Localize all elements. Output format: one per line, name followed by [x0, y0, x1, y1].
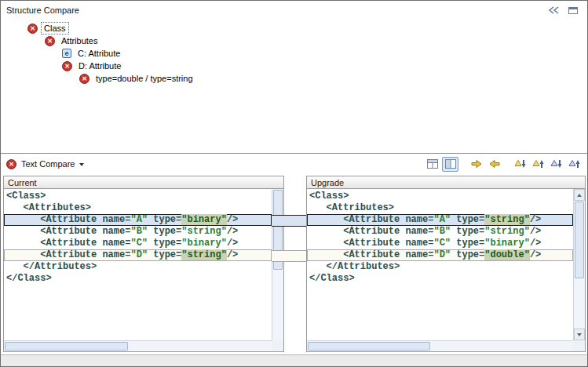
code-segment: type= — [451, 214, 484, 225]
structure-compare-title: Structure Compare — [6, 5, 79, 15]
code-line[interactable]: </Class> — [4, 273, 272, 285]
code-segment: type= — [451, 226, 484, 237]
code-line[interactable]: <Attribute name="A" type="string"/> — [307, 214, 573, 226]
code-segment: </Class> — [6, 273, 52, 284]
left-code-area[interactable]: <Class> <Attributes> <Attribute name="A"… — [4, 189, 272, 340]
code-segment: <Attribute name= — [6, 238, 130, 249]
code-segment: type= — [148, 238, 181, 249]
code-segment: "C" — [130, 238, 148, 249]
left-pane-header: Current — [3, 176, 284, 189]
code-segment: /> — [227, 249, 238, 260]
next-difference-icon[interactable] — [512, 157, 528, 172]
diff-connector[interactable] — [272, 250, 307, 262]
text-compare-toolbar — [424, 157, 583, 172]
code-line[interactable]: <Attribute name="B" type="string"/> — [4, 226, 272, 238]
right-pane-header: Upgrade — [306, 176, 586, 189]
text-compare-title: Text Compare — [21, 159, 75, 169]
code-line[interactable]: <Attribute name="D" type="string"/> — [4, 249, 272, 261]
tree-item[interactable]: ✕type=double / type=string — [1, 72, 587, 85]
tree-item-label: Class — [42, 23, 68, 34]
code-line[interactable]: <Attribute name="C" type="binary"/> — [307, 238, 573, 249]
left-scrollbar-corner — [272, 340, 283, 351]
code-segment: "string" — [181, 226, 227, 237]
right-hscrollbar-thumb[interactable] — [308, 342, 430, 351]
code-segment: /> — [530, 226, 541, 237]
right-scrollbar-thumb[interactable] — [575, 202, 584, 278]
code-line[interactable]: <Class> — [4, 191, 272, 202]
right-scrollbar-corner — [573, 340, 585, 351]
code-line[interactable]: <Attribute name="A" type="binary"/> — [4, 214, 272, 226]
change-icon: ✕ — [6, 159, 16, 169]
right-horizontal-scrollbar[interactable] — [307, 340, 573, 351]
right-pane: Upgrade <Class> <Attributes> <Attribute … — [306, 176, 586, 352]
code-segment: <Attribute name= — [309, 238, 433, 249]
change-icon: ✕ — [79, 74, 89, 84]
code-line[interactable]: </Attributes> — [4, 261, 272, 273]
code-segment: /> — [227, 226, 238, 237]
tree-item[interactable]: ✕Class — [1, 22, 587, 35]
diff-connector-selected[interactable] — [272, 215, 307, 227]
code-line[interactable]: </Attributes> — [307, 261, 573, 273]
minimize-view-icon[interactable] — [546, 5, 561, 16]
left-pane-title: Current — [8, 178, 37, 187]
left-code-wrap: <Class> <Attributes> <Attribute name="A"… — [3, 189, 284, 352]
right-pane-title: Upgrade — [311, 178, 344, 187]
scroll-up-button[interactable] — [574, 189, 585, 201]
tree-item[interactable]: ✕D: Attribute — [1, 60, 587, 72]
right-code-area[interactable]: <Class> <Attributes> <Attribute name="A"… — [307, 189, 573, 340]
code-segment: "A" — [433, 214, 451, 225]
code-segment: <Attributes> — [309, 202, 394, 213]
code-segment: "B" — [130, 226, 148, 237]
right-vertical-scrollbar[interactable] — [573, 189, 585, 340]
tree-item-label: type=double / type=string — [93, 73, 195, 84]
code-line[interactable]: <Attribute name="C" type="binary"/> — [4, 238, 272, 249]
code-segment: "string" — [484, 214, 530, 225]
code-line[interactable]: <Class> — [307, 191, 573, 202]
previous-difference-icon[interactable] — [530, 157, 546, 172]
two-way-compare-icon[interactable] — [442, 157, 458, 172]
next-change-icon[interactable] — [548, 157, 564, 172]
previous-change-icon[interactable] — [566, 157, 583, 172]
show-ancestor-pane-icon[interactable] — [424, 157, 440, 172]
code-segment: "B" — [433, 226, 451, 237]
code-line[interactable]: </Class> — [307, 273, 573, 285]
tree-item[interactable]: eC: Attribute — [1, 47, 587, 60]
code-segment: "binary" — [181, 214, 227, 225]
arrow-up-icon — [577, 191, 582, 197]
left-horizontal-scrollbar[interactable] — [4, 340, 272, 351]
code-segment: "string" — [181, 249, 227, 260]
scroll-down-button[interactable] — [574, 329, 585, 340]
tree-item-label: D: Attribute — [76, 60, 123, 71]
copy-right-to-left-icon[interactable] — [486, 157, 502, 172]
code-line[interactable]: <Attribute name="B" type="string"/> — [307, 226, 573, 238]
text-compare-pane: ✕ Text Compare — [1, 153, 587, 354]
status-bar — [1, 354, 587, 366]
code-segment: <Class> — [6, 191, 46, 202]
structure-tree: ✕Class✕AttributeseC: Attribute✕D: Attrib… — [1, 16, 587, 85]
viewer-menu-dropdown-icon[interactable] — [79, 163, 84, 166]
left-hscrollbar-thumb[interactable] — [5, 342, 128, 351]
code-segment: /> — [530, 249, 541, 260]
code-segment: type= — [148, 214, 181, 225]
code-segment: <Attribute name= — [309, 214, 433, 225]
left-vertical-scrollbar[interactable] — [272, 189, 283, 340]
code-segment: <Attribute name= — [6, 226, 130, 237]
maximize-view-icon[interactable] — [566, 5, 580, 16]
code-line[interactable]: <Attributes> — [307, 202, 573, 214]
arrow-down-icon — [577, 333, 582, 339]
code-segment: /> — [530, 238, 541, 249]
code-segment: /> — [530, 214, 541, 225]
tree-item[interactable]: ✕Attributes — [1, 35, 587, 47]
code-line[interactable]: <Attributes> — [4, 202, 272, 214]
right-code-wrap: <Class> <Attributes> <Attribute name="A"… — [306, 189, 586, 352]
tree-item-label: Attributes — [59, 35, 100, 46]
copy-left-to-right-icon[interactable] — [468, 157, 484, 172]
code-segment: </Attributes> — [6, 261, 97, 272]
element-icon: e — [62, 49, 71, 58]
change-icon: ✕ — [62, 61, 72, 71]
code-segment: <Attribute name= — [309, 249, 433, 260]
structure-compare-pane: Structure Compare ✕Class✕AttributeseC: A… — [1, 1, 587, 152]
code-segment: /> — [227, 214, 238, 225]
code-line[interactable]: <Attribute name="D" type="double"/> — [307, 249, 573, 261]
change-icon: ✕ — [27, 24, 38, 34]
